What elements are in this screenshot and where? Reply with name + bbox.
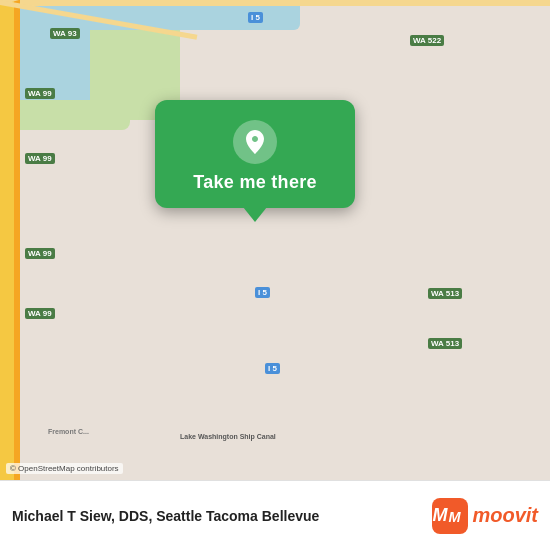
label-ship-canal: Lake Washington Ship Canal — [180, 433, 276, 440]
label-wa99-3: WA 99 — [25, 248, 55, 259]
bottom-bar: Michael T Siew, DDS, Seattle Tacoma Bell… — [0, 480, 550, 550]
moovit-svg: M — [447, 503, 468, 529]
label-wa513-1: WA 513 — [428, 288, 462, 299]
location-pin-icon — [233, 120, 277, 164]
label-wa93: WA 93 — [50, 28, 80, 39]
popup-card[interactable]: Take me there — [155, 100, 355, 208]
moovit-icon: M — [432, 498, 468, 534]
svg-text:M: M — [449, 508, 462, 524]
label-wa99-2: WA 99 — [25, 153, 55, 164]
label-fremont: Fremont C... — [48, 428, 89, 435]
moovit-logo[interactable]: M moovit — [432, 498, 538, 534]
label-wa522: WA 522 — [410, 35, 444, 46]
label-wa513-2: WA 513 — [428, 338, 462, 349]
place-name: Michael T Siew, DDS, Seattle Tacoma Bell… — [12, 508, 319, 524]
label-wa99-4: WA 99 — [25, 308, 55, 319]
map-container: I 5 WA 93 WA 522 WA 99 WA 99 WA 99 WA 99… — [0, 0, 550, 480]
svg-point-2 — [461, 518, 466, 523]
moovit-text: moovit — [472, 504, 538, 527]
map-attribution: © OpenStreetMap contributors — [6, 463, 123, 474]
place-info: Michael T Siew, DDS, Seattle Tacoma Bell… — [12, 508, 319, 524]
label-wa99-1: WA 99 — [25, 88, 55, 99]
label-i5-top: I 5 — [248, 12, 263, 23]
label-i5-mid: I 5 — [255, 287, 270, 298]
wa99-road — [0, 0, 14, 480]
popup-label: Take me there — [193, 172, 317, 193]
label-i5-bot: I 5 — [265, 363, 280, 374]
